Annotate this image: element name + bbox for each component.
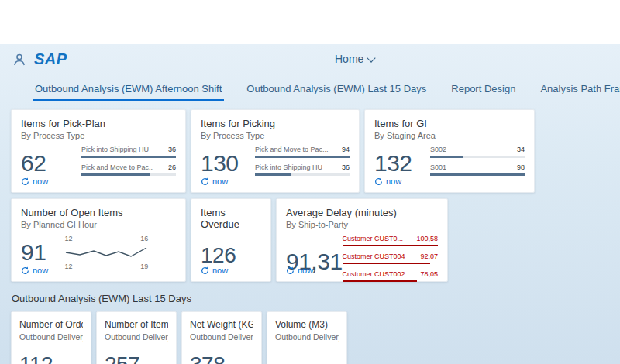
bar-track	[81, 173, 176, 176]
bar-fill	[255, 156, 350, 158]
bar-fill	[81, 173, 150, 176]
tile-title: Net Weight (KG)	[190, 319, 253, 331]
tile-title: Items Overdue	[201, 207, 261, 230]
refresh-now-button[interactable]: now	[201, 177, 228, 186]
line-micro-chart: 12 16 12 19	[63, 235, 150, 270]
tile-subtitle: By Process Type	[201, 131, 350, 141]
sparkline	[63, 245, 150, 260]
chart-item-value: 98	[517, 163, 525, 172]
refresh-label: now	[33, 177, 48, 186]
refresh-now-button[interactable]: now	[201, 266, 228, 275]
delay-bar	[343, 245, 438, 246]
spark-label-bottom-left: 12	[64, 263, 72, 270]
tile-number-of-open-items[interactable]: Number of Open Items By Planned GI Hour …	[11, 198, 186, 282]
tile-number-of-order[interactable]: Number of Order Outbound Delivery 112	[11, 311, 91, 364]
tile-average-delay[interactable]: Average Delay (minutes) By Ship-to-Party…	[276, 198, 448, 282]
refresh-now-button[interactable]: now	[21, 177, 48, 186]
comparison-micro-chart: Pick into Shipping HU36 Pick and Move to…	[81, 146, 176, 181]
bar-track	[430, 156, 525, 158]
chart-item: Pick and Move to Pac...94	[255, 146, 350, 158]
tile-title: Number of Open Items	[21, 207, 176, 218]
bar-track	[255, 173, 350, 176]
chevron-down-icon	[367, 53, 376, 62]
tile-content-area: Items for Pick-Plan By Process Type 62 P…	[0, 101, 620, 364]
chart-item-label: Pick into Shipping HU	[81, 146, 149, 154]
refresh-now-button[interactable]: now	[21, 266, 48, 275]
tile-subtitle: Outbound Delivery	[190, 332, 253, 342]
tile-kpi-value: 257	[105, 352, 168, 364]
delay-item: Customer CUST00278,05	[343, 270, 438, 282]
tile-kpi-value: 378	[190, 352, 253, 364]
comparison-micro-chart: S00234 S00198	[430, 146, 525, 181]
tab-outbound-afternoon-shift[interactable]: Outbound Analysis (EWM) Afternoon Shift	[33, 78, 224, 101]
spark-label-bottom-right: 19	[140, 263, 148, 270]
chart-item: Pick and Move to Pac..26	[81, 163, 176, 176]
tile-title: Items for Picking	[201, 118, 350, 129]
tile-row-1: Items for Pick-Plan By Process Type 62 P…	[11, 109, 609, 193]
tab-outbound-last-15-days[interactable]: Outbound Analysis (EWM) Last 15 Days	[244, 78, 429, 101]
refresh-label: now	[298, 266, 313, 275]
tile-items-for-gi[interactable]: Items for GI By Staging Area 132 S00234 …	[364, 109, 535, 193]
shell-header: SAP Home	[0, 44, 620, 75]
tile-net-weight-kg[interactable]: Net Weight (KG) Outbound Delivery 378	[181, 311, 262, 364]
tile-subtitle: By Ship-to-Party	[286, 220, 438, 230]
delay-item-label: Customer CUST002	[343, 270, 405, 279]
browser-viewport: SAP Home Outbound Analysis (EWM) Afterno…	[0, 0, 620, 364]
delay-critical-list: Customer CUST0...100,58 Customer CUST004…	[343, 235, 438, 288]
tile-items-for-picking[interactable]: Items for Picking By Process Type 130 Pi…	[191, 109, 360, 193]
tile-row-2: Number of Open Items By Planned GI Hour …	[11, 198, 609, 282]
chart-item: S00234	[430, 146, 525, 158]
tile-title: Volume (M3)	[275, 319, 339, 331]
refresh-icon	[21, 266, 29, 275]
sap-logo[interactable]: SAP	[34, 50, 67, 68]
tile-items-for-pick-plan[interactable]: Items for Pick-Plan By Process Type 62 P…	[11, 109, 186, 193]
refresh-icon	[201, 177, 209, 186]
tile-subtitle: Outbound Delivery	[275, 332, 339, 342]
delay-item-value: 92,07	[420, 252, 438, 261]
chart-item: Pick into Shipping HU36	[255, 163, 350, 176]
tile-subtitle: Outbound Delivery	[105, 332, 168, 342]
chart-item-label: S002	[430, 146, 446, 154]
chart-item-label: Pick and Move to Pac...	[255, 146, 329, 154]
refresh-now-button[interactable]: now	[286, 266, 313, 275]
refresh-icon	[286, 266, 294, 275]
delay-item-label: Customer CUST0...	[343, 235, 404, 243]
spark-label-top-right: 16	[140, 235, 148, 242]
delay-bar	[343, 280, 417, 282]
delay-bar	[343, 263, 431, 264]
chart-item-label: S001	[430, 163, 446, 172]
refresh-label: now	[33, 266, 48, 275]
tile-title: Items for GI	[374, 118, 525, 129]
tile-title: Average Delay (minutes)	[286, 207, 438, 218]
chart-item-value: 34	[517, 146, 525, 154]
user-icon[interactable]	[12, 53, 26, 67]
bar-track	[255, 156, 350, 158]
tile-number-of-items[interactable]: Number of Items Outbound Delivery 257	[96, 311, 177, 364]
bar-track	[81, 156, 176, 158]
chart-item: Pick into Shipping HU36	[81, 146, 176, 158]
chart-item-label: Pick and Move to Pac..	[81, 163, 153, 172]
tab-report-design[interactable]: Report Design	[449, 78, 518, 101]
chart-item-value: 36	[342, 163, 350, 172]
refresh-icon	[21, 177, 29, 186]
refresh-label: now	[212, 177, 228, 186]
tile-subtitle: By Process Type	[21, 131, 176, 141]
bar-fill	[430, 173, 525, 176]
tile-kpi-value: 126	[201, 242, 236, 269]
tile-title: Number of Order	[19, 319, 83, 331]
refresh-label: now	[212, 266, 228, 275]
chart-item-value: 94	[342, 146, 350, 154]
home-nav-menu[interactable]: Home	[335, 53, 374, 65]
tile-items-overdue[interactable]: Items Overdue 126 now	[191, 198, 271, 282]
home-nav-label: Home	[335, 53, 363, 65]
delay-item: Customer CUST0...100,58	[343, 235, 438, 246]
tab-analysis-path-framework[interactable]: Analysis Path Framework	[538, 78, 620, 101]
chart-item: S00198	[430, 163, 525, 176]
tile-volume-m3[interactable]: Volume (M3) Outbound Delivery	[267, 311, 347, 364]
refresh-now-button[interactable]: now	[374, 177, 401, 186]
tile-kpi-value: 91	[21, 239, 46, 266]
bar-track	[430, 173, 525, 176]
tile-subtitle: By Staging Area	[374, 131, 525, 141]
chart-item-label: Pick into Shipping HU	[255, 163, 322, 172]
comparison-micro-chart: Pick and Move to Pac...94 Pick into Ship…	[255, 146, 350, 181]
